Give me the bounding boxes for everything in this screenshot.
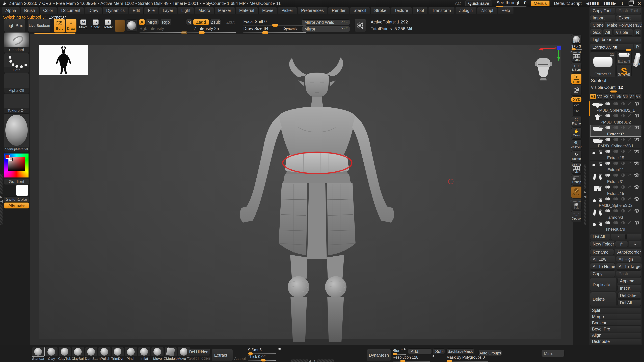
union-icon[interactable] [605, 114, 611, 117]
difference-icon[interactable] [613, 126, 619, 129]
union-icon[interactable] [605, 209, 611, 213]
all-high-button[interactable]: All High [616, 256, 641, 263]
active-tool-slider[interactable]: Extract37. 48 [590, 43, 633, 51]
menu-item[interactable]: Tool [412, 7, 428, 14]
resolution-slider[interactable]: Resolution 128 [392, 355, 418, 360]
transparency-button[interactable]: Transp [571, 175, 582, 185]
menu-item[interactable]: Light [178, 7, 194, 14]
clone-button[interactable]: Clone [590, 22, 604, 28]
quicksave-button[interactable]: QuickSave [466, 0, 492, 6]
floor-button[interactable]: XYZ Floor [571, 73, 582, 84]
duplicate-button[interactable]: Duplicate [590, 278, 617, 292]
menu-item[interactable]: Document [58, 7, 84, 14]
frame-button[interactable]: ⛶ Frame [571, 116, 582, 127]
difference-icon[interactable] [613, 114, 619, 117]
all-to-home-button[interactable]: All To Home [590, 263, 615, 270]
union-icon[interactable] [605, 126, 611, 129]
polypaint-brush-icon[interactable] [628, 126, 632, 129]
camera-lock-button[interactable] [571, 85, 582, 95]
insert-button[interactable]: Insert [618, 285, 641, 291]
intersect-icon[interactable] [621, 138, 625, 141]
subtool-section[interactable]: Boolean [590, 320, 641, 326]
mirror-dropdown[interactable]: Mirror [541, 350, 564, 357]
intersect-icon[interactable] [621, 102, 625, 105]
union-icon[interactable] [605, 138, 611, 141]
union-icon[interactable] [605, 197, 611, 201]
polypaint-brush-icon[interactable] [628, 150, 632, 153]
dynamesh-add-button[interactable]: Add [408, 349, 432, 355]
material-selector[interactable]: StartupMaterial [4, 113, 29, 152]
menu-item[interactable]: Draw [85, 7, 102, 14]
dynamesh-sub-button[interactable]: Sub [433, 349, 445, 355]
brush-shelf-item[interactable]: Inflat [138, 347, 150, 361]
brush-shelf-item[interactable]: Standar [32, 347, 44, 361]
folder-tab[interactable]: V7 [629, 93, 635, 99]
zsub-button[interactable]: Zsub [210, 19, 221, 25]
zadd-button[interactable]: Zadd [193, 19, 209, 25]
dynamic-label[interactable]: Dynamic [284, 27, 297, 31]
new-folder-button[interactable]: New Folder [590, 241, 614, 247]
union-icon[interactable] [605, 102, 611, 105]
brush-selector[interactable]: Standard [4, 32, 29, 53]
auto-groups-button[interactable]: Auto Groups [478, 350, 502, 356]
menu-item[interactable]: Movie [258, 7, 277, 14]
polypaint-brush-icon[interactable] [628, 162, 632, 165]
draw-size-track[interactable] [243, 32, 306, 33]
solo-button[interactable]: Dynamic Solo [571, 199, 582, 210]
union-icon[interactable] [605, 162, 611, 165]
blur-slider[interactable]: Blur 2 [392, 349, 403, 353]
subtool-section[interactable]: Align [590, 332, 641, 338]
draw-button[interactable]: Draw [66, 19, 76, 32]
del-other-button[interactable]: Del Other [618, 292, 641, 299]
intersect-icon[interactable] [621, 209, 625, 213]
m-button[interactable]: M [186, 19, 192, 25]
material-ball-button[interactable] [126, 19, 137, 31]
menu-item[interactable]: Stencil [350, 7, 370, 14]
z-intensity-slider[interactable]: Z Intensity 25 [194, 26, 219, 31]
union-icon[interactable] [605, 173, 611, 177]
rotate-button[interactable]: R Rotate [103, 19, 112, 29]
spix-slider[interactable]: SPix 3 [571, 44, 582, 48]
alpha-selector[interactable]: Alpha Off [4, 73, 29, 93]
tool-thumb-extract[interactable]: 11 Extract3 [616, 51, 632, 64]
difference-icon[interactable] [613, 150, 619, 153]
subtool-row[interactable]: Extract15 [590, 149, 641, 161]
subtool-row[interactable]: armorv3 [590, 208, 641, 220]
visibility-eye-icon[interactable] [634, 173, 640, 177]
subtool-row[interactable]: PM3D_Sphere3D2_1 [590, 101, 641, 113]
polypaint-brush-icon[interactable] [628, 197, 632, 201]
goz-visible-button[interactable]: Visible [613, 29, 633, 35]
edit-button[interactable]: Edit [54, 19, 65, 32]
tool-thumb-cylinder[interactable]: Cylinder [632, 51, 641, 77]
intersect-icon[interactable] [621, 150, 625, 153]
subtool-row[interactable]: kneeguard [590, 220, 641, 232]
rgb-intensity-handle[interactable] [181, 31, 187, 34]
intersect-icon[interactable] [621, 221, 625, 224]
resolution-handle[interactable] [400, 360, 405, 362]
folder-tab[interactable]: V4 [610, 93, 616, 99]
visibility-eye-icon[interactable] [634, 161, 640, 165]
menu-item[interactable]: Transform [428, 7, 455, 14]
subtool-section[interactable]: Split [590, 308, 641, 313]
make-polymesh3d-button[interactable]: Make PolyMesh3D [604, 22, 642, 28]
bpr-button[interactable]: BPR [571, 35, 582, 43]
menu-item[interactable]: Preferences [298, 7, 328, 14]
close-icon[interactable]: × [638, 0, 641, 7]
polypaint-brush-icon[interactable] [628, 114, 632, 117]
goz-all-button[interactable]: All [603, 29, 612, 35]
zcut-button[interactable]: Zcut [226, 19, 236, 25]
mirror-button[interactable]: Mirror XYZ [302, 26, 350, 32]
s-smt-dot-icon[interactable] [278, 348, 281, 350]
gradient-swatch[interactable] [115, 19, 125, 32]
del-all-button[interactable]: Del All [618, 300, 641, 306]
subtool-row[interactable]: PM3D_Cylinder3D1 [590, 137, 641, 149]
tray-right-icon[interactable]: ▮▮▮▮▶ [603, 1, 616, 6]
ghost-button[interactable]: Ghost [571, 186, 582, 198]
subtool-row[interactable]: Extract15 [590, 184, 641, 196]
persp-button[interactable]: Dynamic Persp [571, 51, 582, 62]
intersect-icon[interactable] [621, 162, 625, 165]
visibility-eye-icon[interactable] [634, 149, 640, 153]
menu-item[interactable]: Material [236, 7, 258, 14]
dynamic-brush-button[interactable]: D [354, 19, 366, 32]
tool-thumb-simplebrush[interactable]: S SimpleB [616, 65, 632, 77]
